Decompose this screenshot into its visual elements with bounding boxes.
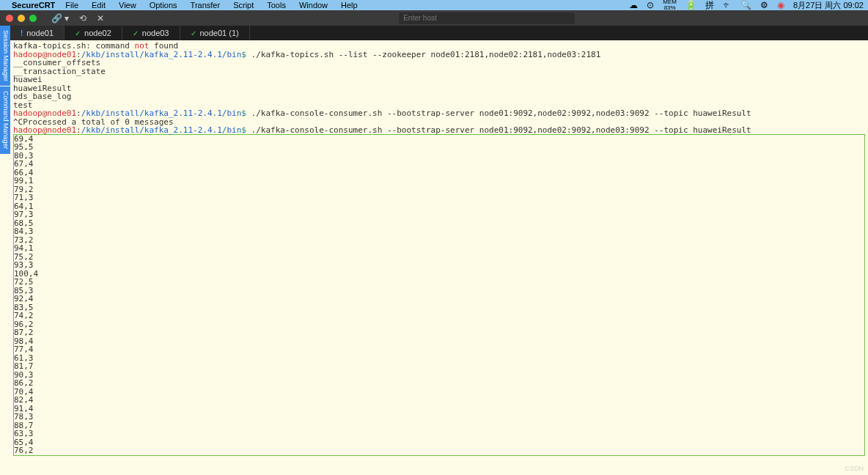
wifi-icon[interactable]: ᯤ [723,0,732,10]
host-input[interactable] [399,12,575,24]
close-button[interactable] [6,15,13,22]
search-icon[interactable]: 🔍 [740,0,751,10]
check-icon: ✓ [191,29,196,37]
menu-window[interactable]: Window [299,1,328,10]
tab-label: node01 [26,29,54,37]
check-icon: ✓ [75,29,81,37]
stats-icon[interactable]: ⊙ [647,0,654,10]
command-manager-tab[interactable]: Command Manager [0,86,10,154]
minimize-button[interactable] [18,15,25,22]
tab-label: node03 [142,29,169,37]
check-icon: ✓ [133,29,139,37]
macos-menubar: SecureCRT File Edit View Options Transfe… [0,0,868,10]
menu-file[interactable]: File [65,1,78,10]
menu-view[interactable]: View [119,1,136,10]
menu-options[interactable]: Options [150,1,177,10]
record-icon[interactable]: ◉ [777,0,784,10]
app-name[interactable]: SecureCRT [12,1,55,10]
menu-tools[interactable]: Tools [267,1,286,10]
disconnect-icon[interactable]: ✕ [97,13,104,23]
menu-transfer[interactable]: Transfer [191,1,221,10]
warn-icon: ! [21,29,23,37]
session-manager-tab[interactable]: Session Manager [0,26,10,86]
tab-node01[interactable]: ! node01 [10,26,65,40]
watermark: CSDN [845,465,864,472]
side-panels: Session Manager Command Manager [0,26,10,475]
zoom-button[interactable] [29,15,37,22]
connect-icon[interactable]: 🔗 ▾ [51,13,69,23]
wechat-icon[interactable]: ☁ [629,0,638,10]
menu-help[interactable]: Help [341,1,358,10]
menu-script[interactable]: Script [233,1,254,10]
tab-node01-1[interactable]: ✓ node01 (1) [180,26,250,40]
titlebar: 🔗 ▾ ⟲ ✕ [0,10,868,26]
menu-edit[interactable]: Edit [92,1,106,10]
traffic-lights [6,15,37,22]
mem-usage: MEM83% [663,0,677,11]
tab-node02[interactable]: ✓ node02 [65,26,122,40]
tab-label: node01 (1) [200,29,239,37]
session-tabbar: ! node01 ✓ node02 ✓ node03 ✓ node01 (1) [10,26,868,40]
terminal-output[interactable]: kafka-topics.sh: command not foundhadoop… [10,40,868,475]
tab-label: node02 [84,29,111,37]
control-center-icon[interactable]: ⚙ [760,0,768,10]
battery-icon[interactable]: 🔋 [685,0,696,10]
clock[interactable]: 8月27日 周六 09:02 [793,0,864,11]
reconnect-icon[interactable]: ⟲ [79,13,87,23]
tab-node03[interactable]: ✓ node03 [122,26,180,40]
securecrt-window: 🔗 ▾ ⟲ ✕ Session Manager Command Manager … [0,10,868,475]
